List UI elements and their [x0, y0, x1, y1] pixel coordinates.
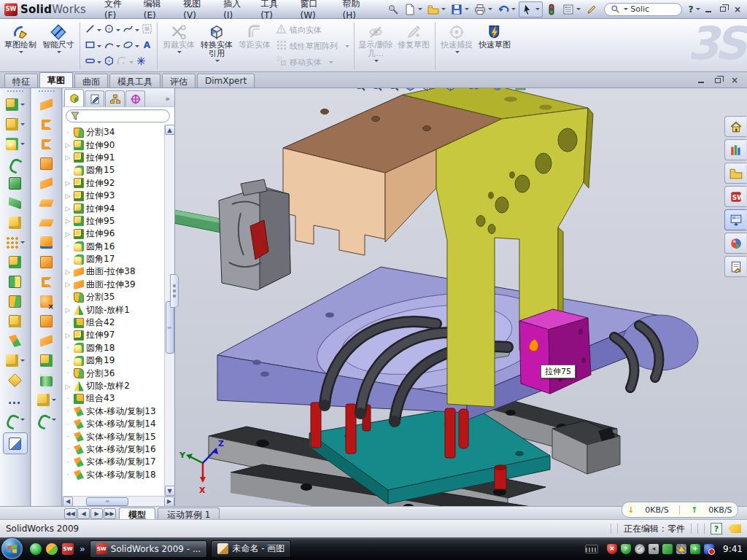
window-close-button[interactable]: × [731, 3, 744, 15]
expand-icon[interactable]: ▷ [64, 141, 71, 149]
indent-tool[interactable] [0, 311, 30, 331]
sk-rect-button[interactable] [84, 39, 102, 53]
feature-tree-item[interactable]: ·实体-移动/复制16 [64, 443, 164, 456]
boss-extrude-tool[interactable] [0, 95, 30, 114]
scroll-right-icon[interactable]: ▶ [164, 497, 174, 507]
sk-circle-button[interactable] [103, 23, 121, 37]
spline-surface-dropdown-icon[interactable] [52, 419, 56, 421]
fill-surface-tool[interactable] [31, 154, 61, 174]
warning-tray-icon[interactable]: ▲ [676, 544, 686, 554]
expand-icon[interactable]: ▷ [64, 383, 71, 390]
sk-arc-button[interactable] [103, 39, 121, 53]
sk-ellipse-button[interactable] [122, 39, 140, 53]
quick-launch-more-icon[interactable]: » [80, 544, 85, 554]
feature-tree-item[interactable]: ·圆角18 [64, 342, 164, 354]
dropdown-icon[interactable] [116, 29, 120, 31]
commandmanager-tab[interactable]: 草图 [39, 72, 73, 88]
feature-tree-item[interactable]: ·圆角16 [64, 241, 164, 253]
security-suite-icon[interactable] [46, 543, 58, 555]
search-box[interactable]: Solic [604, 3, 682, 16]
feature-tree-item[interactable]: ▷拉伸90 [64, 139, 164, 151]
dropdown-icon[interactable] [329, 61, 333, 63]
select-cursor-dropdown-icon[interactable] [535, 8, 540, 10]
panel-splitter-handle[interactable] [170, 274, 179, 308]
feature-tree-item[interactable]: ·圆角15 [64, 164, 164, 176]
open-document-button[interactable] [425, 2, 448, 17]
fillet-dropdown-icon[interactable] [20, 143, 25, 145]
dropdown-icon[interactable] [57, 51, 61, 53]
first-tab-button[interactable]: ◀◀ [64, 508, 77, 519]
feature-tree-item[interactable]: ▷拉伸94 [64, 202, 164, 214]
previous-tab-button[interactable]: ◀ [77, 508, 90, 519]
commandmanager-tab[interactable]: 模具工具 [109, 74, 160, 88]
knit-surface-tool[interactable] [31, 351, 61, 370]
feature-tree-item[interactable]: ·实体-移动/复制18 [64, 469, 164, 481]
appearances-scenes-tab[interactable] [724, 233, 746, 254]
feature-tree-item[interactable]: ▷曲面-拉伸38 [64, 265, 164, 278]
ribbon-button[interactable]: 智能尺寸 [39, 21, 77, 71]
scroll-down-icon[interactable]: ▼ [165, 486, 175, 496]
tree-vertical-scrollbar[interactable]: ▲ ≡ ▼ [164, 125, 174, 496]
dropdown-icon[interactable] [129, 61, 133, 63]
resources-home-tab[interactable] [724, 116, 746, 137]
tree-vscroll-thumb[interactable]: ≡ [166, 301, 174, 354]
dome-tool[interactable] [31, 370, 61, 390]
thicken-tool[interactable] [31, 252, 61, 272]
health-guard-tray-icon[interactable]: + [690, 544, 700, 554]
spline-tool-dropdown-icon[interactable] [20, 419, 25, 421]
messenger-icon[interactable] [30, 543, 42, 555]
sk-pattern-button[interactable] [141, 23, 153, 37]
expand-icon[interactable]: ▷ [64, 230, 71, 238]
commandmanager-tab[interactable]: 评估 [162, 74, 196, 88]
doc-tab-model[interactable]: 模型 [119, 508, 155, 519]
menu-item[interactable]: 插入(I) [217, 0, 252, 23]
taskbar-window-solidworks[interactable]: SWSolidWorks 2009 - ... [90, 540, 208, 558]
centerline-tool[interactable] [0, 390, 30, 410]
delete-body-tool[interactable] [0, 213, 30, 233]
graphics-viewport[interactable]: Y Z X SW 拉伸75 [175, 88, 747, 506]
menu-item[interactable]: 视图(V) [177, 0, 215, 23]
feature-tree-item[interactable]: ·分割36 [64, 367, 164, 379]
feature-tree-item[interactable]: ·实体-移动/复制15 [64, 430, 164, 443]
expand-icon[interactable]: ▷ [64, 332, 71, 339]
feature-tree-item[interactable]: ▷切除-放样2 [64, 380, 164, 392]
view-palette-tab[interactable] [724, 209, 746, 230]
rebuild-button[interactable] [543, 2, 560, 17]
commandmanager-tab[interactable]: 曲面 [74, 74, 108, 88]
save-document-dropdown-icon[interactable] [465, 8, 469, 10]
tree-hscroll-thumb[interactable]: ≡ [86, 497, 128, 506]
dropdown-icon[interactable] [97, 29, 101, 31]
feature-tree-item[interactable]: ·实体-移动/复制13 [64, 405, 164, 418]
sk-spline-button[interactable] [122, 23, 140, 37]
doc-restore-button[interactable] [711, 75, 724, 85]
feature-tree-item[interactable]: ·分割35 [64, 291, 164, 303]
planar-surface-tool[interactable] [31, 213, 61, 233]
mid-surface-tool[interactable] [31, 174, 61, 193]
linear-pattern-tool[interactable] [0, 233, 30, 252]
tree-filter-input[interactable] [66, 109, 170, 122]
cut-extrude-tool[interactable] [0, 114, 30, 134]
swept-surface-tool[interactable] [31, 95, 61, 114]
expand-icon[interactable]: ▷ [64, 154, 71, 161]
dimxpertmanager-tab[interactable] [125, 90, 145, 106]
undo-button[interactable] [495, 2, 518, 17]
search-input[interactable]: Solic [630, 4, 676, 14]
dropdown-icon[interactable] [135, 45, 139, 47]
propertymanager-tab[interactable] [85, 90, 104, 106]
commandmanager-tab[interactable]: 特征 [4, 74, 38, 88]
spline-tool-tool[interactable] [0, 410, 30, 429]
toolbox-tab[interactable]: SW [724, 186, 746, 207]
doc-minimize-button[interactable] [694, 75, 708, 85]
dropdown-icon[interactable] [135, 29, 139, 31]
dropdown-icon[interactable] [215, 60, 220, 62]
linear-pattern-dropdown-icon[interactable] [20, 241, 25, 244]
input-method-icon[interactable] [585, 545, 598, 553]
menu-item[interactable]: 编辑(E) [137, 0, 175, 23]
ruled-surface-tool[interactable] [31, 331, 61, 351]
measure-tool[interactable] [3, 432, 28, 454]
feature-tree-item[interactable]: ▷拉伸96 [64, 228, 164, 240]
sketch-tool-tool[interactable] [0, 351, 30, 370]
scroll-up-icon[interactable]: ▲ [165, 125, 175, 135]
volume-tray-icon[interactable]: ◂ [649, 544, 659, 554]
sk-slot-button[interactable] [84, 55, 102, 69]
